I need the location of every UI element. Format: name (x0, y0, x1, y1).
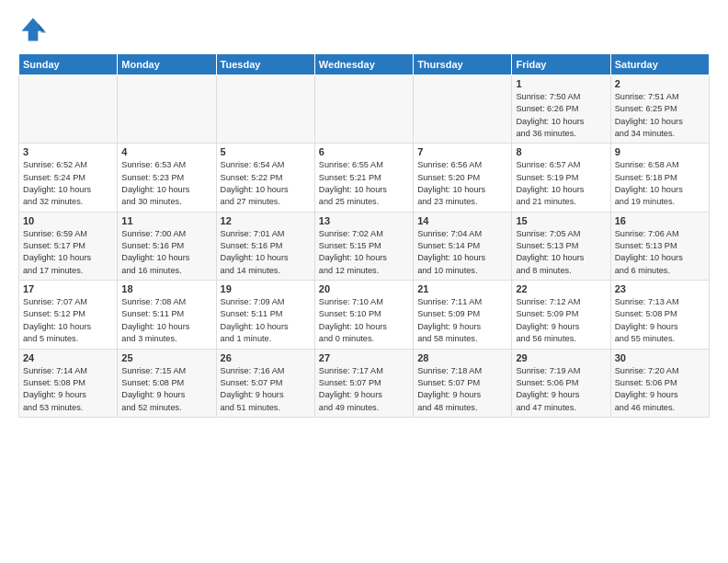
calendar-cell: 20Sunrise: 7:10 AM Sunset: 5:10 PM Dayli… (314, 281, 413, 349)
day-content: Sunrise: 7:16 AM Sunset: 5:07 PM Dayligh… (221, 365, 311, 414)
day-number: 16 (615, 215, 705, 226)
day-number: 1 (516, 78, 606, 89)
calendar-cell: 23Sunrise: 7:13 AM Sunset: 5:08 PM Dayli… (610, 281, 709, 349)
day-number: 29 (516, 352, 606, 363)
day-content: Sunrise: 6:54 AM Sunset: 5:22 PM Dayligh… (221, 159, 311, 208)
calendar-cell: 2Sunrise: 7:51 AM Sunset: 6:25 PM Daylig… (610, 75, 709, 144)
header-day-saturday: Saturday (610, 54, 709, 75)
calendar-body: 1Sunrise: 7:50 AM Sunset: 6:26 PM Daylig… (19, 75, 710, 418)
day-content: Sunrise: 7:11 AM Sunset: 5:09 PM Dayligh… (417, 296, 507, 345)
header (18, 15, 710, 44)
day-number: 7 (417, 146, 507, 157)
day-number: 20 (319, 283, 409, 294)
day-number: 6 (319, 146, 409, 157)
calendar-header: SundayMondayTuesdayWednesdayThursdayFrid… (19, 54, 710, 75)
header-day-friday: Friday (512, 54, 610, 75)
calendar-cell: 10Sunrise: 6:59 AM Sunset: 5:17 PM Dayli… (19, 212, 118, 280)
day-number: 3 (23, 146, 113, 157)
day-content: Sunrise: 7:17 AM Sunset: 5:07 PM Dayligh… (319, 365, 409, 414)
week-row-3: 10Sunrise: 6:59 AM Sunset: 5:17 PM Dayli… (19, 212, 710, 280)
calendar-cell (118, 75, 216, 144)
day-number: 15 (516, 215, 606, 226)
day-content: Sunrise: 7:20 AM Sunset: 5:06 PM Dayligh… (615, 365, 705, 414)
day-content: Sunrise: 7:05 AM Sunset: 5:13 PM Dayligh… (516, 228, 606, 277)
calendar-cell: 7Sunrise: 6:56 AM Sunset: 5:20 PM Daylig… (414, 144, 512, 212)
day-number: 5 (221, 146, 311, 157)
calendar-cell: 13Sunrise: 7:02 AM Sunset: 5:15 PM Dayli… (314, 212, 413, 280)
day-content: Sunrise: 6:52 AM Sunset: 5:24 PM Dayligh… (23, 159, 113, 208)
day-number: 22 (516, 283, 606, 294)
page: SundayMondayTuesdayWednesdayThursdayFrid… (0, 0, 728, 563)
day-content: Sunrise: 7:12 AM Sunset: 5:09 PM Dayligh… (516, 296, 606, 345)
day-content: Sunrise: 7:00 AM Sunset: 5:16 PM Dayligh… (121, 228, 211, 277)
calendar-cell: 16Sunrise: 7:06 AM Sunset: 5:13 PM Dayli… (610, 212, 709, 280)
day-content: Sunrise: 7:51 AM Sunset: 6:25 PM Dayligh… (615, 91, 705, 140)
calendar-cell: 6Sunrise: 6:55 AM Sunset: 5:21 PM Daylig… (314, 144, 413, 212)
day-content: Sunrise: 7:13 AM Sunset: 5:08 PM Dayligh… (615, 296, 705, 345)
calendar-cell: 12Sunrise: 7:01 AM Sunset: 5:16 PM Dayli… (216, 212, 314, 280)
day-content: Sunrise: 7:10 AM Sunset: 5:10 PM Dayligh… (319, 296, 409, 345)
logo (18, 15, 51, 44)
calendar-cell (19, 75, 118, 144)
header-day-wednesday: Wednesday (314, 54, 413, 75)
day-content: Sunrise: 7:01 AM Sunset: 5:16 PM Dayligh… (221, 228, 311, 277)
calendar-cell: 4Sunrise: 6:53 AM Sunset: 5:23 PM Daylig… (118, 144, 216, 212)
calendar-cell: 17Sunrise: 7:07 AM Sunset: 5:12 PM Dayli… (19, 281, 118, 349)
header-day-tuesday: Tuesday (216, 54, 314, 75)
day-number: 25 (121, 352, 211, 363)
header-day-monday: Monday (118, 54, 216, 75)
day-content: Sunrise: 7:06 AM Sunset: 5:13 PM Dayligh… (615, 228, 705, 277)
week-row-4: 17Sunrise: 7:07 AM Sunset: 5:12 PM Dayli… (19, 281, 710, 349)
calendar-table: SundayMondayTuesdayWednesdayThursdayFrid… (18, 53, 710, 418)
day-number: 17 (23, 283, 113, 294)
calendar-cell: 8Sunrise: 6:57 AM Sunset: 5:19 PM Daylig… (512, 144, 610, 212)
day-content: Sunrise: 6:53 AM Sunset: 5:23 PM Dayligh… (121, 159, 211, 208)
logo-icon (18, 15, 48, 44)
day-number: 10 (23, 215, 113, 226)
day-number: 2 (615, 78, 705, 89)
day-number: 28 (417, 352, 507, 363)
day-content: Sunrise: 6:58 AM Sunset: 5:18 PM Dayligh… (615, 159, 705, 208)
calendar-cell: 9Sunrise: 6:58 AM Sunset: 5:18 PM Daylig… (610, 144, 709, 212)
calendar-cell: 3Sunrise: 6:52 AM Sunset: 5:24 PM Daylig… (19, 144, 118, 212)
day-number: 14 (417, 215, 507, 226)
calendar-cell: 15Sunrise: 7:05 AM Sunset: 5:13 PM Dayli… (512, 212, 610, 280)
day-number: 12 (221, 215, 311, 226)
calendar-cell (414, 75, 512, 144)
week-row-5: 24Sunrise: 7:14 AM Sunset: 5:08 PM Dayli… (19, 349, 710, 417)
header-day-sunday: Sunday (19, 54, 118, 75)
day-content: Sunrise: 6:57 AM Sunset: 5:19 PM Dayligh… (516, 159, 606, 208)
calendar-cell (314, 75, 413, 144)
day-content: Sunrise: 7:50 AM Sunset: 6:26 PM Dayligh… (516, 91, 606, 140)
calendar-cell: 27Sunrise: 7:17 AM Sunset: 5:07 PM Dayli… (314, 349, 413, 417)
day-content: Sunrise: 7:04 AM Sunset: 5:14 PM Dayligh… (417, 228, 507, 277)
calendar-cell: 19Sunrise: 7:09 AM Sunset: 5:11 PM Dayli… (216, 281, 314, 349)
day-number: 23 (615, 283, 705, 294)
calendar-cell (216, 75, 314, 144)
calendar-cell: 18Sunrise: 7:08 AM Sunset: 5:11 PM Dayli… (118, 281, 216, 349)
calendar-cell: 26Sunrise: 7:16 AM Sunset: 5:07 PM Dayli… (216, 349, 314, 417)
day-content: Sunrise: 6:59 AM Sunset: 5:17 PM Dayligh… (23, 228, 113, 277)
calendar-cell: 22Sunrise: 7:12 AM Sunset: 5:09 PM Dayli… (512, 281, 610, 349)
calendar-cell: 28Sunrise: 7:18 AM Sunset: 5:07 PM Dayli… (414, 349, 512, 417)
calendar-cell: 24Sunrise: 7:14 AM Sunset: 5:08 PM Dayli… (19, 349, 118, 417)
calendar-cell: 21Sunrise: 7:11 AM Sunset: 5:09 PM Dayli… (414, 281, 512, 349)
day-content: Sunrise: 6:55 AM Sunset: 5:21 PM Dayligh… (319, 159, 409, 208)
day-content: Sunrise: 6:56 AM Sunset: 5:20 PM Dayligh… (417, 159, 507, 208)
day-number: 21 (417, 283, 507, 294)
day-number: 8 (516, 146, 606, 157)
day-number: 27 (319, 352, 409, 363)
calendar-cell: 25Sunrise: 7:15 AM Sunset: 5:08 PM Dayli… (118, 349, 216, 417)
day-content: Sunrise: 7:14 AM Sunset: 5:08 PM Dayligh… (23, 365, 113, 414)
day-content: Sunrise: 7:09 AM Sunset: 5:11 PM Dayligh… (221, 296, 311, 345)
day-content: Sunrise: 7:19 AM Sunset: 5:06 PM Dayligh… (516, 365, 606, 414)
week-row-2: 3Sunrise: 6:52 AM Sunset: 5:24 PM Daylig… (19, 144, 710, 212)
calendar-cell: 29Sunrise: 7:19 AM Sunset: 5:06 PM Dayli… (512, 349, 610, 417)
day-number: 24 (23, 352, 113, 363)
calendar-cell: 30Sunrise: 7:20 AM Sunset: 5:06 PM Dayli… (610, 349, 709, 417)
day-number: 13 (319, 215, 409, 226)
calendar-cell: 11Sunrise: 7:00 AM Sunset: 5:16 PM Dayli… (118, 212, 216, 280)
day-content: Sunrise: 7:15 AM Sunset: 5:08 PM Dayligh… (121, 365, 211, 414)
day-number: 30 (615, 352, 705, 363)
day-content: Sunrise: 7:08 AM Sunset: 5:11 PM Dayligh… (121, 296, 211, 345)
